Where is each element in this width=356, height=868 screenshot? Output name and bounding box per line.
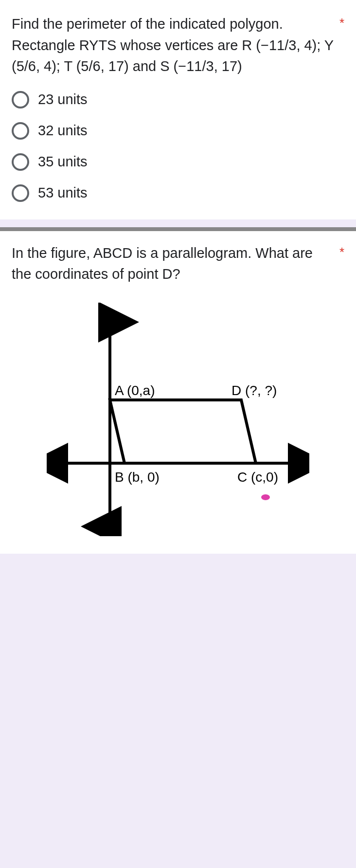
label-A: A (0,a) — [115, 383, 155, 398]
question-row: In the figure, ABCD is a parallelogram. … — [12, 243, 344, 285]
option-32[interactable]: 32 units — [12, 122, 344, 140]
parallelogram-abcd — [110, 400, 256, 463]
question-text: In the figure, ABCD is a parallelogram. … — [12, 243, 336, 285]
option-label: 32 units — [38, 123, 88, 139]
question-row: Find the perimeter of the indicated poly… — [12, 14, 344, 77]
radio-icon — [12, 184, 29, 202]
option-35[interactable]: 35 units — [12, 153, 344, 171]
required-asterisk: * — [339, 14, 344, 29]
option-label: 23 units — [38, 91, 88, 108]
magenta-dot-icon — [261, 494, 270, 500]
parallelogram-figure: A (0,a) B (b, 0) C (c,0) D (?, ?) — [47, 303, 309, 536]
options-group: 23 units 32 units 35 units 53 units — [12, 91, 344, 202]
label-C: C (c,0) — [237, 470, 278, 485]
radio-icon — [12, 91, 29, 108]
option-53[interactable]: 53 units — [12, 184, 344, 202]
option-label: 53 units — [38, 185, 88, 201]
question-text: Find the perimeter of the indicated poly… — [12, 14, 336, 77]
label-D: D (?, ?) — [231, 383, 277, 398]
figure-wrap: A (0,a) B (b, 0) C (c,0) D (?, ?) — [12, 303, 344, 536]
required-asterisk: * — [339, 243, 344, 258]
option-label: 35 units — [38, 154, 88, 170]
option-23[interactable]: 23 units — [12, 91, 344, 108]
question-card-2: In the figure, ABCD is a parallelogram. … — [0, 227, 356, 554]
label-B: B (b, 0) — [115, 470, 160, 485]
radio-icon — [12, 153, 29, 171]
radio-icon — [12, 122, 29, 140]
question-card-1: Find the perimeter of the indicated poly… — [0, 0, 356, 219]
